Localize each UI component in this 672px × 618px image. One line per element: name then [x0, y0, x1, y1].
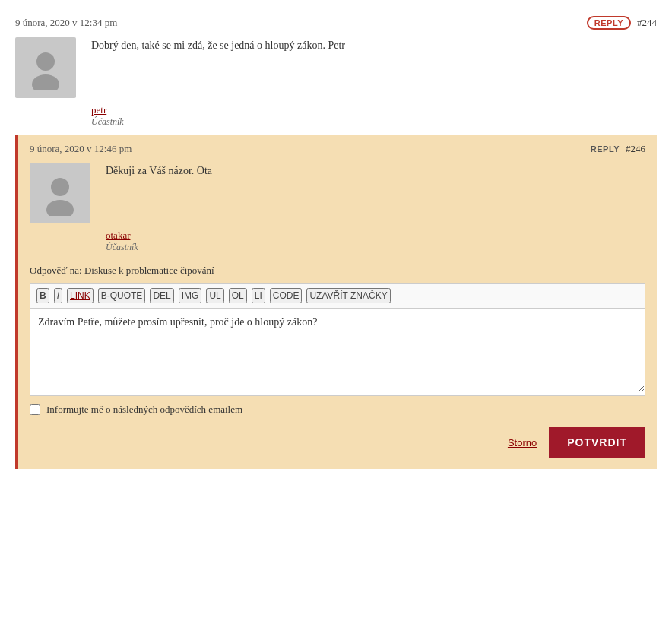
comment-1-meta: 9 února, 2020 v 12:34 pm REPLY #244: [15, 16, 657, 30]
reply-form-label: Odpověď na: Diskuse k problematice čipov…: [30, 265, 645, 277]
comment-1-avatar: [15, 37, 76, 98]
comment-2-avatar: [30, 163, 90, 223]
comment-2-content: Děkuji za Váš názor. Ota: [106, 163, 645, 186]
comment-2: 9 února, 2020 v 12:46 pm REPLY #246 Děku…: [15, 135, 657, 469]
comment-2-text: Děkuji za Váš názor. Ota: [106, 163, 645, 179]
svg-point-2: [51, 178, 69, 196]
form-buttons: Storno POTVRDIT: [30, 427, 645, 458]
notify-label: Informujte mě o následných odpovědích em…: [46, 404, 242, 416]
reply-form-container: Odpověď na: Diskuse k problematice čipov…: [30, 265, 645, 458]
comment-1-content: Dobrý den, také se mi zdá, že se jedná o…: [91, 37, 657, 61]
comment-2-number: #246: [626, 143, 645, 155]
comment-1-actions: REPLY #244: [587, 16, 657, 30]
comment-1-body: Dobrý den, také se mi zdá, že se jedná o…: [15, 37, 657, 98]
comment-2-timestamp: 9 února, 2020 v 12:46 pm: [30, 143, 132, 155]
comment-2-author-role: Účastník: [106, 242, 138, 253]
toolbar-code-button[interactable]: CODE: [270, 288, 303, 303]
toolbar-del-button[interactable]: DEL: [150, 288, 173, 303]
comment-1-author-area: petr Účastník: [91, 104, 657, 128]
editor-toolbar: B I LINK B-QUOTE DEL IMG UL OL LI CODE U…: [30, 284, 645, 309]
page-wrapper: 9 února, 2020 v 12:34 pm REPLY #244 Dobr…: [0, 0, 672, 618]
toolbar-li-button[interactable]: LI: [252, 288, 265, 303]
comment-1-text: Dobrý den, také se mi zdá, že se jedná o…: [91, 37, 657, 53]
reply-textarea[interactable]: [30, 309, 645, 392]
svg-point-0: [36, 52, 55, 71]
toolbar-ul-button[interactable]: UL: [206, 288, 223, 303]
svg-point-1: [32, 74, 59, 90]
comment-1-timestamp: 9 února, 2020 v 12:34 pm: [15, 17, 117, 29]
submit-button[interactable]: POTVRDIT: [549, 427, 645, 458]
comment-2-reply-button[interactable]: REPLY: [591, 144, 620, 154]
comment-1-author-role: Účastník: [91, 116, 124, 128]
comment-2-author-area: otakar Účastník: [106, 230, 645, 253]
comment-2-actions: REPLY #246: [591, 143, 645, 155]
toolbar-ol-button[interactable]: OL: [229, 288, 247, 303]
comment-1-number: #244: [637, 17, 657, 29]
cancel-button[interactable]: Storno: [508, 437, 537, 448]
comment-1-reply-button[interactable]: REPLY: [587, 16, 631, 30]
toolbar-bquote-button[interactable]: B-QUOTE: [98, 288, 146, 303]
comment-1-author-name[interactable]: petr: [91, 104, 106, 116]
comment-2-body: Děkuji za Váš názor. Ota: [30, 163, 645, 223]
toolbar-italic-button[interactable]: I: [54, 288, 62, 303]
toolbar-bold-button[interactable]: B: [36, 288, 49, 303]
toolbar-close-tags-button[interactable]: UZAVŘÍT ZNAČKY: [306, 288, 390, 303]
toolbar-link-button[interactable]: LINK: [67, 288, 94, 303]
notify-checkbox[interactable]: [30, 404, 40, 415]
comment-2-meta: 9 února, 2020 v 12:46 pm REPLY #246: [30, 143, 645, 155]
comment-1: 9 února, 2020 v 12:34 pm REPLY #244 Dobr…: [15, 8, 657, 135]
comment-2-author-name[interactable]: otakar: [106, 230, 130, 242]
form-checkbox-row: Informujte mě o následných odpovědích em…: [30, 404, 645, 416]
toolbar-img-button[interactable]: IMG: [179, 288, 202, 303]
svg-point-3: [46, 200, 74, 216]
editor-wrapper: B I LINK B-QUOTE DEL IMG UL OL LI CODE U…: [30, 283, 645, 396]
